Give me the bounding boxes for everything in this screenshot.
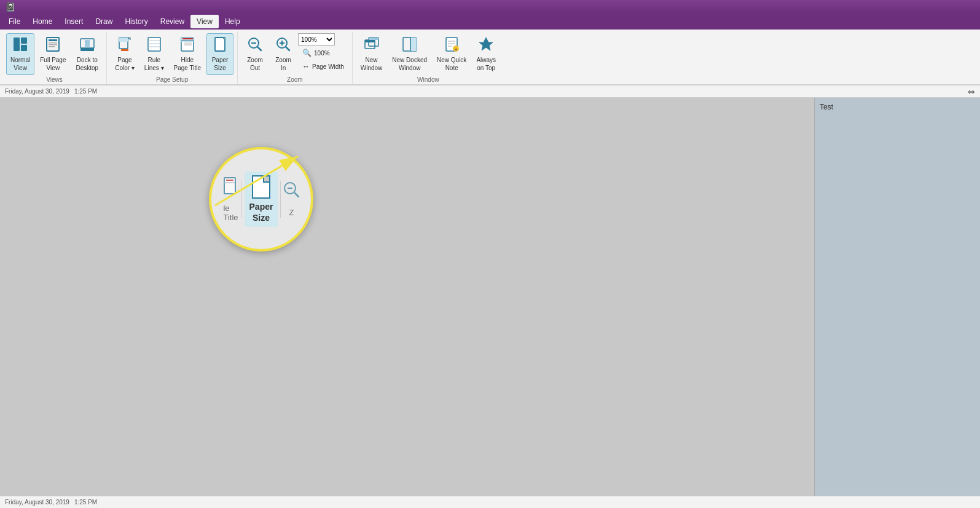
content-area: leTitle PaperSize	[0, 98, 980, 508]
paper-size-label: PaperSize	[212, 56, 229, 72]
always-on-top-button[interactable]: Alwayson Top	[472, 33, 500, 75]
date-label: Friday, August 30, 2019	[5, 88, 69, 95]
normal-view-icon	[12, 36, 28, 55]
mag-partial-left: leTitle	[223, 177, 239, 222]
document-area: leTitle PaperSize	[0, 98, 814, 508]
zoom-controls: ZoomOut ZoomIn 50%	[241, 33, 348, 75]
svg-rect-0	[14, 38, 20, 51]
new-docked-window-label: New DockedWindow	[392, 56, 427, 72]
mag-paper-size: PaperSize	[245, 172, 278, 227]
menu-file[interactable]: File	[2, 15, 26, 28]
magnifier-circle: leTitle PaperSize	[209, 147, 313, 252]
svg-rect-15	[148, 38, 160, 51]
normal-view-label: NormalView	[10, 56, 30, 72]
full-page-view-button[interactable]: Full PageView	[36, 33, 70, 75]
zoom-in-label: ZoomIn	[275, 56, 291, 72]
page-width-icon: ↔	[302, 62, 310, 71]
svg-rect-13	[121, 49, 128, 51]
zoom-select[interactable]: 50% 75% 100% 125% 150% 200%	[298, 33, 335, 46]
new-quick-note-label: New QuickNote	[437, 56, 466, 72]
mag-paper-size-label: PaperSize	[249, 201, 273, 223]
arrow-annotation	[0, 98, 369, 344]
right-panel: Test	[814, 98, 980, 508]
page-setup-buttons: PageColor ▾ RuleLines ▾	[111, 33, 233, 75]
svg-rect-39	[410, 38, 417, 51]
menu-help[interactable]: Help	[219, 15, 246, 28]
page-width-button[interactable]: ↔ Page Width	[298, 60, 348, 73]
zoom-in-button[interactable]: ZoomIn	[270, 33, 297, 75]
dock-icon	[79, 36, 95, 55]
full-page-label: Full PageView	[40, 56, 66, 72]
svg-marker-47	[479, 38, 493, 50]
zoom-out-button[interactable]: ZoomOut	[241, 33, 269, 75]
svg-text:+: +	[455, 47, 458, 52]
mag-partial-label: leTitle	[223, 204, 238, 222]
svg-rect-37	[369, 38, 378, 40]
ribbon: File Home Insert Draw History Review Vie…	[0, 14, 980, 85]
menu-history[interactable]: History	[119, 15, 154, 28]
svg-rect-10	[85, 40, 90, 47]
ribbon-toolbar: NormalView Full PageView	[0, 30, 980, 85]
zoom-group-label: Zoom	[241, 75, 348, 84]
menu-insert[interactable]: Insert	[58, 15, 89, 28]
app-logo: 📓	[5, 2, 15, 12]
page-setup-group-label: Page Setup	[111, 75, 233, 84]
window-group-label: Window	[356, 75, 500, 84]
svg-rect-12	[119, 38, 128, 42]
new-quick-note-button[interactable]: + New QuickNote	[433, 33, 471, 75]
menu-bar: File Home Insert Draw History Review Vie…	[0, 14, 980, 30]
new-docked-window-button[interactable]: New DockedWindow	[388, 33, 431, 75]
mag-divider-1	[241, 181, 242, 218]
dock-to-desktop-button[interactable]: Dock toDesktop	[71, 33, 103, 75]
magnifier-content: leTitle PaperSize	[211, 149, 311, 249]
zoom-100-button[interactable]: 🔍 100%	[298, 47, 348, 59]
menu-draw[interactable]: Draw	[89, 15, 119, 28]
rule-lines-button[interactable]: RuleLines ▾	[140, 33, 168, 75]
mag-partial-right: Z	[283, 181, 299, 217]
mag-partial-icon-right	[283, 181, 299, 205]
rule-lines-label: RuleLines ▾	[144, 56, 164, 72]
status-bar: Friday, August 30, 2019 1:25 PM	[0, 496, 980, 508]
zoom-out-label: ZoomOut	[247, 56, 263, 72]
papersize-icon	[212, 36, 228, 55]
svg-rect-25	[215, 38, 225, 51]
page-color-button[interactable]: PageColor ▾	[111, 33, 139, 75]
new-window-button[interactable]: NewWindow	[356, 33, 387, 75]
svg-line-33	[286, 47, 289, 50]
menu-review[interactable]: Review	[154, 15, 190, 28]
window-buttons: NewWindow New DockedWindow	[356, 33, 500, 75]
svg-rect-35	[365, 40, 375, 42]
mag-partial-icon	[223, 177, 239, 201]
title-bar: 📓	[0, 0, 980, 14]
svg-line-29	[257, 47, 261, 50]
svg-line-55	[295, 193, 299, 197]
status-info-bar: Friday, August 30, 2019 1:25 PM ⇔	[0, 85, 980, 98]
ribbon-group-views: NormalView Full PageView	[2, 32, 107, 84]
rulelines-icon	[146, 36, 162, 55]
ribbon-group-zoom: ZoomOut ZoomIn 50%	[238, 32, 353, 84]
mag-paper-size-icon	[252, 175, 270, 199]
zoom-in-icon	[275, 36, 291, 55]
page-width-label: Page Width	[312, 63, 344, 70]
hide-page-title-button[interactable]: HidePage Title	[170, 33, 205, 75]
zoom-out-icon	[247, 36, 263, 55]
svg-rect-7	[49, 46, 55, 47]
pagecolor-icon	[117, 36, 133, 55]
status-date: Friday, August 30, 2019	[5, 499, 69, 506]
page-color-label: PageColor ▾	[115, 56, 135, 72]
mag-divider-2	[280, 181, 281, 218]
always-on-top-label: Alwayson Top	[476, 56, 496, 72]
zoom-100-icon: 🔍	[302, 49, 312, 57]
right-panel-label: Test	[820, 103, 833, 111]
menu-home[interactable]: Home	[26, 15, 58, 28]
ribbon-group-window: NewWindow New DockedWindow	[353, 32, 504, 84]
mag-partial-right-label: Z	[289, 208, 294, 217]
views-buttons: NormalView Full PageView	[6, 33, 103, 75]
paper-size-button[interactable]: PaperSize	[206, 33, 233, 75]
scroll-icon: ⇔	[968, 87, 975, 97]
fullpage-icon	[45, 36, 61, 55]
menu-view[interactable]: View	[190, 15, 219, 28]
alwaysontop-icon	[478, 36, 494, 55]
status-time: 1:25 PM	[74, 499, 97, 506]
normal-view-button[interactable]: NormalView	[6, 33, 34, 75]
